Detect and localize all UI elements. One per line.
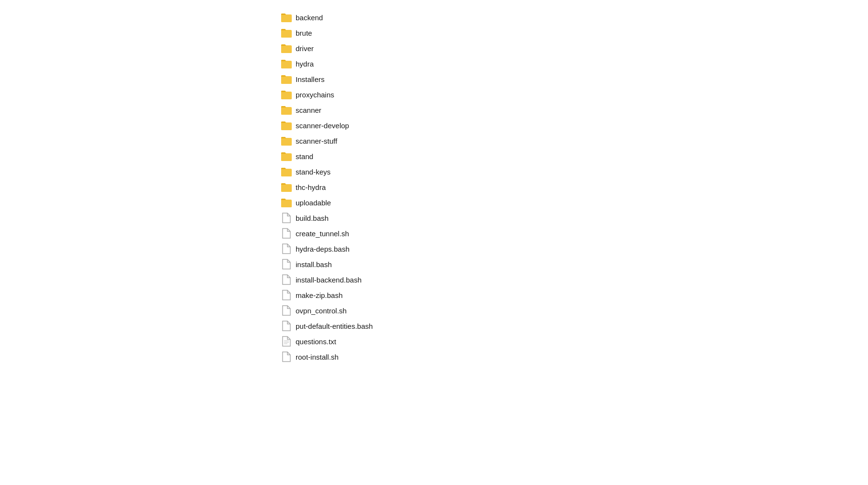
item-icon [281, 321, 292, 331]
item-icon [281, 105, 292, 115]
list-item[interactable]: install-backend.bash [277, 272, 868, 287]
file-icon [282, 213, 291, 223]
item-icon [281, 336, 292, 347]
list-item[interactable]: hydra [277, 56, 868, 71]
item-label: stand [296, 152, 313, 161]
item-icon [281, 197, 292, 208]
list-item[interactable]: Installers [277, 71, 868, 87]
list-item[interactable]: backend [277, 10, 868, 25]
file-icon [282, 305, 291, 316]
folder-icon [281, 28, 292, 38]
item-label: thc-hydra [296, 183, 326, 191]
list-item[interactable]: scanner-stuff [277, 133, 868, 148]
item-label: uploadable [296, 199, 331, 207]
folder-icon [281, 43, 292, 53]
item-label: build.bash [296, 214, 328, 222]
folder-icon [281, 198, 292, 207]
item-label: scanner-stuff [296, 137, 337, 145]
folder-icon [281, 105, 292, 115]
item-label: scanner [296, 106, 321, 114]
item-label: ovpn_control.sh [296, 307, 347, 315]
list-item[interactable]: stand [277, 148, 868, 164]
list-item[interactable]: brute [277, 25, 868, 40]
item-icon [281, 135, 292, 146]
item-label: install.bash [296, 260, 332, 269]
item-icon [281, 43, 292, 54]
folder-icon [281, 13, 292, 22]
item-icon [281, 151, 292, 162]
list-item[interactable]: hydra-deps.bash [277, 241, 868, 256]
item-icon [281, 243, 292, 254]
file-icon [282, 274, 291, 285]
item-label: Installers [296, 75, 325, 83]
folder-icon [281, 121, 292, 130]
item-icon [281, 305, 292, 316]
list-item[interactable]: stand-keys [277, 164, 868, 179]
item-icon [281, 351, 292, 362]
item-label: hydra [296, 60, 314, 68]
folder-icon [281, 90, 292, 99]
item-icon [281, 89, 292, 100]
folder-icon [281, 136, 292, 146]
item-label: proxychains [296, 91, 334, 99]
item-label: hydra-deps.bash [296, 245, 350, 253]
list-item[interactable]: ovpn_control.sh [277, 303, 868, 318]
file-icon [282, 351, 291, 362]
folder-icon [281, 182, 292, 192]
list-item[interactable]: create_tunnel.sh [277, 226, 868, 241]
item-label: stand-keys [296, 168, 331, 176]
folder-icon [281, 74, 292, 84]
list-item[interactable]: thc-hydra [277, 179, 868, 195]
item-icon [281, 182, 292, 192]
item-icon [281, 58, 292, 69]
item-icon [281, 274, 292, 285]
file-icon [282, 290, 291, 300]
item-icon [281, 74, 292, 84]
list-item[interactable]: root-install.sh [277, 349, 868, 364]
list-item[interactable]: scanner [277, 102, 868, 118]
file-txt-icon [282, 336, 291, 347]
item-icon [281, 12, 292, 23]
item-label: questions.txt [296, 337, 336, 346]
item-icon [281, 27, 292, 38]
folder-icon [281, 59, 292, 68]
file-icon [282, 259, 291, 269]
list-item[interactable]: proxychains [277, 87, 868, 102]
item-label: scanner-develop [296, 121, 349, 130]
item-label: driver [296, 44, 314, 53]
list-item[interactable]: driver [277, 40, 868, 56]
item-icon [281, 213, 292, 223]
item-label: backend [296, 13, 323, 22]
folder-icon [281, 151, 292, 161]
list-item[interactable]: scanner-develop [277, 118, 868, 133]
list-item[interactable]: make-zip.bash [277, 287, 868, 303]
item-label: brute [296, 29, 312, 37]
item-icon [281, 259, 292, 269]
item-label: create_tunnel.sh [296, 229, 349, 238]
file-icon [282, 228, 291, 239]
item-label: install-backend.bash [296, 276, 362, 284]
item-icon [281, 120, 292, 131]
item-label: put-default-entities.bash [296, 322, 373, 330]
file-icon [282, 243, 291, 254]
folder-icon [281, 167, 292, 176]
file-icon [282, 321, 291, 331]
item-icon [281, 166, 292, 177]
list-item[interactable]: put-default-entities.bash [277, 318, 868, 334]
list-item[interactable]: uploadable [277, 195, 868, 210]
list-item[interactable]: build.bash [277, 210, 868, 226]
list-item[interactable]: questions.txt [277, 334, 868, 349]
item-icon [281, 290, 292, 300]
list-item[interactable]: install.bash [277, 256, 868, 272]
item-icon [281, 228, 292, 239]
item-label: make-zip.bash [296, 291, 343, 299]
file-list: backend brute driver hydra Installers [0, 0, 868, 374]
item-label: root-install.sh [296, 353, 339, 361]
